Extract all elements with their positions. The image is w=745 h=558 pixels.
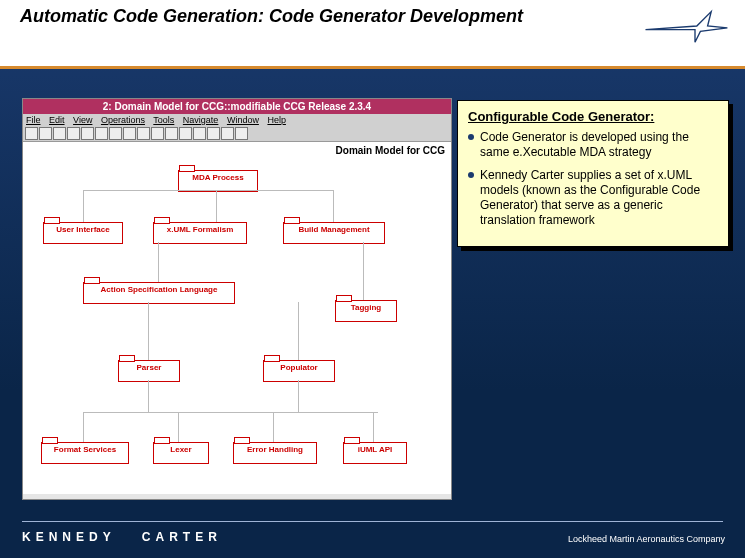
connector xyxy=(83,412,84,442)
connector xyxy=(148,302,149,360)
lockheed-star-icon xyxy=(641,6,731,46)
pkg-pop[interactable]: Populator xyxy=(263,360,335,382)
info-bullet: Kennedy Carter supplies a set of x.UML m… xyxy=(468,168,718,228)
tool-icon[interactable] xyxy=(53,127,66,140)
tool-icon[interactable] xyxy=(165,127,178,140)
connector xyxy=(83,190,84,222)
tool-icon[interactable] xyxy=(81,127,94,140)
tool-icon[interactable] xyxy=(95,127,108,140)
pkg-api[interactable]: iUML API xyxy=(343,442,407,464)
info-list: Code Generator is developed using the sa… xyxy=(468,130,718,228)
pkg-err[interactable]: Error Handling xyxy=(233,442,317,464)
tool-icon[interactable] xyxy=(109,127,122,140)
tool-icon[interactable] xyxy=(221,127,234,140)
pkg-lexer[interactable]: Lexer xyxy=(153,442,209,464)
connector xyxy=(373,412,374,442)
pkg-build[interactable]: Build Management xyxy=(283,222,385,244)
menu-view[interactable]: View xyxy=(73,115,92,125)
pkg-asl[interactable]: Action Specification Language xyxy=(83,282,235,304)
connector xyxy=(158,242,159,282)
brand-carter: CARTER xyxy=(142,530,222,544)
tool-icon[interactable] xyxy=(67,127,80,140)
connector xyxy=(216,190,217,222)
connector xyxy=(148,380,149,412)
pkg-parser[interactable]: Parser xyxy=(118,360,180,382)
tool-icon[interactable] xyxy=(151,127,164,140)
tool-icon[interactable] xyxy=(179,127,192,140)
pkg-ui[interactable]: User Interface xyxy=(43,222,123,244)
tool-icon[interactable] xyxy=(137,127,150,140)
connector xyxy=(178,412,179,442)
info-bullet: Code Generator is developed using the sa… xyxy=(468,130,718,160)
connector xyxy=(363,242,364,300)
tool-icon[interactable] xyxy=(235,127,248,140)
tool-icon[interactable] xyxy=(39,127,52,140)
connector xyxy=(83,190,333,191)
connector xyxy=(273,412,274,442)
menu-edit[interactable]: Edit xyxy=(49,115,65,125)
menu-operations[interactable]: Operations xyxy=(101,115,145,125)
tool-icon[interactable] xyxy=(193,127,206,140)
window-menubar[interactable]: File Edit View Operations Tools Navigate… xyxy=(23,114,451,126)
connector xyxy=(298,380,299,412)
diagram-canvas[interactable]: Domain Model for CCG MDA Process User In… xyxy=(23,142,451,494)
pkg-tag[interactable]: Tagging xyxy=(335,300,397,322)
menu-file[interactable]: File xyxy=(26,115,41,125)
window-toolbar[interactable] xyxy=(23,126,451,142)
info-heading: Configurable Code Generator: xyxy=(468,109,718,124)
connector xyxy=(148,412,378,413)
menu-tools[interactable]: Tools xyxy=(153,115,174,125)
copyright: Lockheed Martin Aeronautics Company xyxy=(568,534,725,544)
footer-rule xyxy=(22,521,723,522)
connector xyxy=(298,302,299,360)
slide-title: Automatic Code Generation: Code Generato… xyxy=(20,6,523,26)
canvas-title: Domain Model for CCG xyxy=(336,145,445,156)
brand-footer: KENNEDY CARTER xyxy=(22,530,222,544)
slide-header: Automatic Code Generation: Code Generato… xyxy=(0,0,745,69)
tool-icon[interactable] xyxy=(123,127,136,140)
pkg-xuml[interactable]: x.UML Formalism xyxy=(153,222,247,244)
connector xyxy=(83,412,148,413)
pkg-fmt[interactable]: Format Services xyxy=(41,442,129,464)
window-titlebar: 2: Domain Model for CCG::modifiable CCG … xyxy=(23,99,451,114)
menu-navigate[interactable]: Navigate xyxy=(183,115,219,125)
menu-window[interactable]: Window xyxy=(227,115,259,125)
tool-icon[interactable] xyxy=(207,127,220,140)
menu-help[interactable]: Help xyxy=(267,115,286,125)
brand-kennedy: KENNEDY xyxy=(22,530,115,544)
pkg-mda[interactable]: MDA Process xyxy=(178,170,258,192)
model-window: 2: Domain Model for CCG::modifiable CCG … xyxy=(22,98,452,500)
info-panel: Configurable Code Generator: Code Genera… xyxy=(457,100,729,247)
connector xyxy=(333,190,334,222)
tool-icon[interactable] xyxy=(25,127,38,140)
